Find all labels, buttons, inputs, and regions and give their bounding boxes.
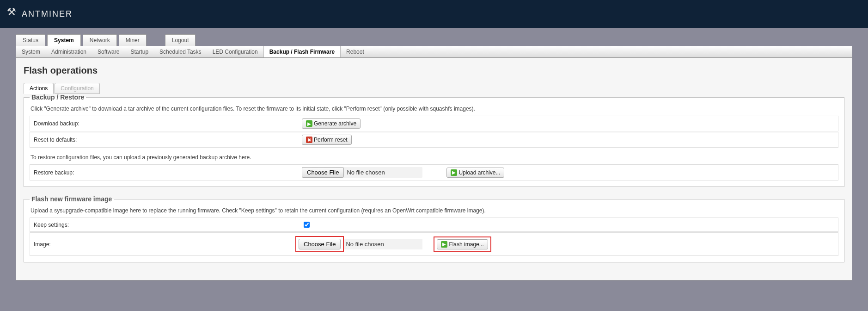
restore-backup-row: Restore backup: Choose File No file chos… [30,164,838,180]
section-tab-configuration[interactable]: Configuration [55,83,99,94]
perform-reset-label: Perform reset [314,137,348,143]
tab-system[interactable]: System [47,34,81,46]
flash-desc: Upload a sysupgrade-compatible image her… [31,207,838,214]
subtab-backup-flash[interactable]: Backup / Flash Firmware [263,46,341,57]
restore-file-input: Choose File No file chosen [302,167,422,178]
section-tab-actions[interactable]: Actions [24,83,54,94]
restore-desc: To restore configuration files, you can … [31,154,838,161]
subtab-system[interactable]: System [16,46,46,57]
sub-tabs: System Administration Software Startup S… [16,46,852,58]
subtab-administration[interactable]: Administration [46,46,92,57]
play-icon: ▶ [306,120,312,127]
perform-reset-button[interactable]: ✖ Perform reset [302,135,352,145]
logo-icon [7,6,19,22]
restore-backup-label: Restore backup: [34,169,302,176]
subtab-startup[interactable]: Startup [125,46,154,57]
backup-desc: Click "Generate archive" to download a t… [31,106,838,112]
play-icon: ▶ [451,169,457,176]
generate-archive-label: Generate archive [314,120,356,127]
upload-archive-label: Upload archive... [458,169,500,176]
cancel-icon: ✖ [306,137,312,143]
keep-settings-row: Keep settings: [30,218,838,232]
backup-legend: Backup / Restore [30,93,86,101]
tab-status[interactable]: Status [16,34,45,46]
image-label: Image: [34,241,302,248]
flash-image-button[interactable]: ▶ Flash image... [437,239,488,249]
image-file-status: No file chosen [344,239,422,249]
image-choose-file-button[interactable]: Choose File [299,239,341,249]
download-backup-row: Download backup: ▶ Generate archive [30,116,838,131]
subtab-led-configuration[interactable]: LED Configuration [207,46,263,57]
backup-restore-group: Backup / Restore Click "Generate archive… [24,93,844,187]
flash-image-label: Flash image... [449,241,483,248]
brand-logo: ANTMINER [7,6,73,22]
subtab-scheduled-tasks[interactable]: Scheduled Tasks [154,46,207,57]
tab-miner[interactable]: Miner [119,34,147,46]
subtab-software[interactable]: Software [92,46,125,57]
brand-text: ANTMINER [22,9,73,19]
upload-archive-button[interactable]: ▶ Upload archive... [446,168,504,178]
flash-firmware-group: Flash new firmware image Upload a sysupg… [24,195,844,262]
main-tabs: Status System Network Miner Logout [16,34,868,46]
play-icon: ▶ [441,241,447,248]
section-tabs: Actions Configuration [24,83,844,94]
image-row: Image: Choose File No file chosen ▶ Flas… [30,232,838,256]
image-file-highlight: Choose File [295,236,344,252]
tab-network[interactable]: Network [83,34,117,46]
flash-legend: Flash new firmware image [30,195,114,203]
flash-button-highlight: ▶ Flash image... [434,236,491,252]
generate-archive-button[interactable]: ▶ Generate archive [302,118,361,129]
restore-choose-file-button[interactable]: Choose File [302,167,344,178]
restore-file-status: No file chosen [344,169,422,176]
subtab-reboot[interactable]: Reboot [341,46,370,57]
page-title: Flash operations [24,65,844,78]
tab-logout[interactable]: Logout [165,34,196,46]
download-backup-label: Download backup: [34,120,302,127]
keep-settings-checkbox[interactable] [304,222,310,228]
header: ANTMINER [0,0,868,28]
reset-defaults-row: Reset to defaults: ✖ Perform reset [30,132,838,148]
content-area: Flash operations Actions Configuration B… [16,58,852,280]
keep-settings-label: Keep settings: [34,222,302,228]
reset-defaults-label: Reset to defaults: [34,137,302,143]
